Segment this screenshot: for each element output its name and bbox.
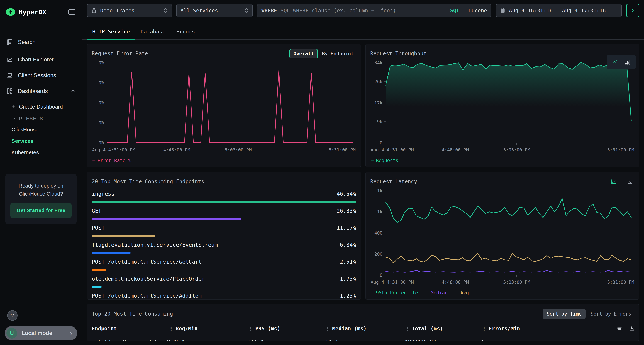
sidebar-item-label: Dashboards (18, 88, 48, 94)
sidebar-item-chart-explorer[interactable]: Chart Explorer (0, 52, 82, 67)
endpoint-bar (92, 252, 130, 254)
where-placeholder: SQL WHERE clause (ex. column = 'foo') (280, 7, 396, 13)
table-header-icons (617, 326, 634, 332)
line-chart-toggle-icon[interactable] (612, 59, 618, 65)
panel-title: Request Throughput (370, 50, 426, 56)
bar-chart-toggle-icon[interactable] (624, 59, 631, 65)
svg-text:0%: 0% (98, 120, 104, 125)
wrap-lines-icon[interactable] (617, 326, 622, 332)
endpoint-bar (92, 218, 241, 220)
svg-text:200: 200 (374, 252, 382, 257)
logo-row: HyperDX (0, 0, 82, 22)
promo-text-line1: Ready to deploy on (10, 182, 72, 190)
chevron-up-icon[interactable] (70, 89, 76, 94)
error-rate-chart: 0%0%0%0%0%Aug 4 4:31:00 PM4:48:00 PM5:03… (92, 58, 356, 156)
laptop-icon (6, 72, 13, 79)
column-header[interactable]: ⋮Median (ms) (325, 326, 405, 332)
user-menu[interactable]: U Local mode › (5, 326, 77, 340)
column-header[interactable]: ⋮Total (ms) (405, 326, 482, 332)
service-select[interactable]: All Services (176, 4, 253, 17)
tab-errors[interactable]: Errors (171, 23, 200, 39)
tab-database[interactable]: Database (135, 23, 171, 39)
endpoint-row[interactable]: oteldemo.CheckoutService/PlaceOrder1.73% (92, 276, 356, 288)
svg-text:0%: 0% (98, 140, 104, 145)
panel-request-throughput: Request Throughput 09k17k26k34kAug 4 4:3… (366, 44, 639, 167)
presets-header[interactable]: PRESETS (0, 113, 82, 124)
where-input[interactable]: WHERE SQL WHERE clause (ex. column = 'fo… (257, 4, 492, 17)
dashboard-grid: Request Error Rate Overall By Endpoint 0… (82, 40, 644, 345)
where-keyword: WHERE (261, 7, 277, 13)
endpoint-row[interactable]: ingress46.54% (92, 191, 356, 203)
sidebar-item-clickhouse[interactable]: ClickHouse (0, 124, 82, 135)
drag-handle-icon[interactable]: ⋮ (325, 326, 330, 332)
run-query-button[interactable] (626, 4, 639, 17)
drag-handle-icon[interactable]: ⋮ (405, 326, 410, 332)
endpoint-percent: 26.33% (337, 208, 356, 214)
sidebar-item-kubernetes[interactable]: Kubernetes (0, 147, 82, 158)
sort-by-time-button[interactable]: Sort by Time (543, 309, 586, 319)
presets-label: PRESETS (19, 116, 43, 121)
column-header[interactable]: ⋮P95 (ms) (248, 326, 325, 332)
time-range-picker[interactable]: Aug 4 16:31:16 - Aug 4 17:31:16 (496, 4, 622, 17)
table-cell: 1808098.97 (405, 339, 482, 341)
column-header[interactable]: ⋮Req/Min (169, 326, 248, 332)
endpoint-percent: 11.17% (337, 225, 356, 231)
line-chart-toggle-icon[interactable] (610, 178, 617, 184)
by-endpoint-toggle-button[interactable]: By Endpoint (320, 49, 356, 58)
sidebar: HyperDX Search Chart Explorer Client Ses… (0, 0, 82, 345)
sql-toggle[interactable]: SQL (450, 7, 460, 13)
svg-text:5:03:00 PM: 5:03:00 PM (503, 147, 530, 152)
time-range-value: Aug 4 16:31:16 - Aug 4 17:31:16 (509, 7, 606, 13)
endpoint-label: flagd.evaluation.v1.Service/EventStream (92, 242, 218, 248)
sidebar-item-services[interactable]: Services (0, 135, 82, 147)
panel-title: 20 Top Most Time Consuming Endpoints (92, 178, 204, 184)
overall-toggle-button[interactable]: Overall (289, 49, 318, 58)
endpoint-row[interactable]: GET26.33% (92, 208, 356, 220)
sidebar-item-client-sessions[interactable]: Client Sessions (0, 67, 82, 83)
create-dashboard-label: Create Dashboard (19, 104, 63, 110)
chart-legend: —95th Percentile—Median—Avg (370, 288, 634, 297)
endpoint-label: ingress (92, 191, 114, 197)
chart-canvas: 0%0%0%0%0%Aug 4 4:31:00 PM4:48:00 PM5:03… (92, 58, 356, 156)
column-header[interactable]: Endpoint (92, 326, 169, 332)
source-select[interactable]: Demo Traces (87, 4, 172, 17)
drag-handle-icon[interactable]: ⋮ (169, 326, 174, 332)
create-dashboard-button[interactable]: Create Dashboard (0, 101, 82, 113)
tab-http-service[interactable]: HTTP Service (87, 23, 135, 39)
get-started-button[interactable]: Get Started for Free (10, 203, 72, 218)
endpoint-row[interactable]: POST /oteldemo.CartService/GetCart2.51% (92, 259, 356, 271)
histogram-toggle-icon[interactable] (627, 178, 633, 184)
endpoint-row[interactable]: POST /oteldemo.CartService/AddItem1.23% (92, 293, 356, 300)
sidebar-item-dashboards[interactable]: Dashboards (0, 83, 82, 99)
sort-by-errors-button[interactable]: Sort by Errors (587, 309, 634, 319)
endpoint-percent: 1.23% (340, 293, 356, 299)
panel-title: Request Latency (370, 178, 417, 184)
svg-text:Aug 4 4:31:00 PM: Aug 4 4:31:00 PM (371, 147, 414, 152)
search-journal-icon (6, 39, 13, 45)
sort-toggle: Sort by Time Sort by Errors (543, 309, 634, 319)
svg-text:400: 400 (374, 230, 382, 236)
download-icon[interactable] (629, 326, 634, 332)
drag-handle-icon[interactable]: ⋮ (482, 326, 486, 332)
sidebar-item-search[interactable]: Search (0, 34, 82, 50)
endpoints-list: ingress46.54%GET26.33%POST11.17%flagd.ev… (92, 186, 356, 300)
endpoint-row[interactable]: POST11.17% (92, 225, 356, 237)
endpoint-percent: 1.73% (340, 276, 356, 282)
legend-item: —Requests (371, 158, 398, 163)
help-button[interactable]: ? (7, 310, 18, 321)
svg-text:5:03:00 PM: 5:03:00 PM (503, 280, 530, 285)
sidebar-collapse-icon[interactable] (68, 9, 76, 15)
divider (0, 51, 82, 51)
topbar: Demo Traces All Services WHERE SQL WHERE… (82, 0, 644, 21)
table-row[interactable]: /oteldemo.RecommendationServ639.4166.119… (92, 339, 634, 341)
svg-text:4:48:00 PM: 4:48:00 PM (442, 147, 469, 152)
drag-handle-icon[interactable]: ⋮ (248, 326, 253, 332)
lucene-toggle[interactable]: Lucene (468, 7, 487, 13)
svg-text:0: 0 (380, 273, 382, 278)
endpoint-row[interactable]: flagd.evaluation.v1.Service/EventStream6… (92, 242, 356, 254)
column-header[interactable]: ⋮Errors/Min (482, 326, 617, 332)
table-body: /oteldemo.RecommendationServ639.4166.119… (92, 332, 634, 341)
main-area: Demo Traces All Services WHERE SQL WHERE… (82, 0, 644, 345)
chart-type-toggle (606, 55, 636, 69)
chart-legend: —Error Rate % (92, 156, 356, 165)
